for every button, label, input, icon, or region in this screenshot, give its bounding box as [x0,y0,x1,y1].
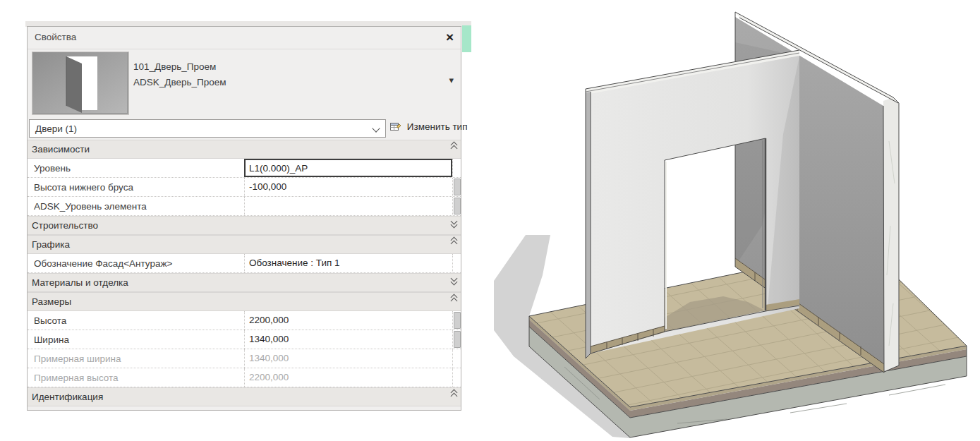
property-row[interactable]: Примерная высота2200,000 [28,368,461,387]
row-button[interactable] [454,198,461,215]
property-label: Уровень [28,163,244,174]
expand-section-icon[interactable] [449,277,458,284]
property-row[interactable]: УровеньL1(0.000)_AP [28,159,461,178]
section-label: Зависимости [28,144,90,155]
section-label: Размеры [28,296,71,307]
property-row[interactable]: Примерная ширина1340,000 [28,349,461,368]
properties-panel: Свойства × 101_Дверь_Проем ADSK_Дверь_Пр… [27,26,461,411]
property-label: Ширина [28,334,244,345]
type-selector[interactable]: 101_Дверь_Проем ADSK_Дверь_Проем ▾ [28,49,461,117]
property-value[interactable]: 1340,000 [244,349,452,368]
type-name: ADSK_Дверь_Проем [133,75,226,90]
section-header[interactable]: Материалы и отделка [28,273,461,292]
row-strip [452,330,461,349]
property-value[interactable]: -100,000 [244,178,452,196]
panel-title-bar: Свойства × [28,27,461,49]
section-label: Идентификация [28,392,103,402]
section-header[interactable]: Размеры [28,292,461,311]
property-label: ADSK_Уровень элемента [28,201,244,212]
edit-type-icon [390,121,401,132]
wall-b-end-face [883,97,899,372]
panel-title: Свойства [35,32,76,42]
door-leaf-shape [66,56,82,113]
wall-a-end-strip [586,92,591,358]
row-strip [452,349,461,368]
section-label: Материалы и отделка [28,277,128,288]
property-value[interactable]: 2200,000 [244,368,452,387]
collapse-section-icon[interactable] [449,391,458,398]
section-header[interactable]: Строительство [28,216,461,235]
collapse-section-icon[interactable] [449,296,458,303]
property-value[interactable] [244,197,452,215]
row-button[interactable] [454,312,461,329]
section-label: Графика [28,239,70,250]
filter-row: Двери (1) Изменить тип [28,119,461,139]
element-filter-select[interactable]: Двери (1) [29,119,386,138]
collapse-section-icon[interactable] [449,238,458,246]
3d-scene-svg [494,0,980,441]
property-label: Примерная ширина [28,354,244,364]
property-value[interactable]: Обозначение : Тип 1 [244,254,452,272]
row-strip [452,178,461,196]
property-label: Обозначение Фасад<Антураж> [28,258,244,269]
row-button[interactable] [454,331,461,348]
property-value[interactable]: L1(0.000)_AP [244,159,452,177]
property-label: Примерная высота [28,373,244,383]
section-header[interactable]: Зависимости [28,140,461,159]
property-label: Высота [28,315,244,326]
collapse-section-icon[interactable] [449,143,458,150]
chevron-down-icon [372,124,380,132]
filter-value: Двери (1) [35,123,77,134]
property-value[interactable]: 2200,000 [244,311,452,330]
row-button[interactable] [454,179,461,195]
property-row[interactable]: Обозначение Фасад<Антураж>Обозначение : … [28,254,461,273]
type-thumbnail [32,52,129,115]
property-label: Высота нижнего бруса [28,182,244,193]
family-name: 101_Дверь_Проем [133,59,226,75]
edit-type-label: Изменить тип [407,121,468,132]
section-header[interactable]: Идентификация [28,387,461,406]
row-strip [452,254,461,272]
property-row[interactable]: ADSK_Уровень элемента [28,197,461,216]
section-header[interactable]: Графика [28,235,461,254]
expand-section-icon[interactable] [449,219,458,226]
accent-tab [462,25,471,52]
row-strip [452,311,461,330]
type-name-block: 101_Дверь_Проем ADSK_Дверь_Проем [133,59,226,90]
row-strip [452,159,461,177]
property-row[interactable]: Ширина1340,000 [28,330,461,349]
type-dropdown-arrow-icon[interactable]: ▾ [449,75,454,85]
properties-table: ЗависимостиУровеньL1(0.000)_APВысота ниж… [28,140,461,406]
row-strip [452,197,461,215]
3d-view[interactable] [494,0,980,441]
row-strip [452,368,461,387]
property-value[interactable]: 1340,000 [244,330,452,349]
edit-type-button[interactable]: Изменить тип [390,121,467,137]
property-row[interactable]: Высота2200,000 [28,311,461,330]
property-row[interactable]: Высота нижнего бруса-100,000 [28,178,461,197]
close-icon[interactable]: × [446,29,454,46]
section-label: Строительство [28,220,98,231]
